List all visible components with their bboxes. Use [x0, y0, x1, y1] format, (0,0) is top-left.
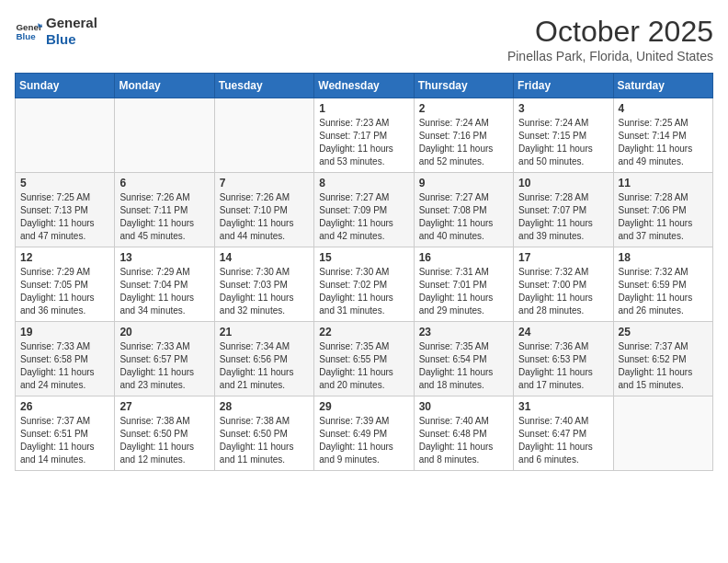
day-info: Sunrise: 7:37 AMSunset: 6:51 PMDaylight:… — [20, 415, 109, 466]
svg-text:Blue: Blue — [17, 31, 37, 41]
day-number: 10 — [518, 177, 608, 190]
day-number: 13 — [119, 251, 209, 264]
calendar-week-1: 1Sunrise: 7:23 AMSunset: 7:17 PMDaylight… — [16, 98, 713, 173]
month-title: October 2025 — [507, 15, 713, 49]
day-info: Sunrise: 7:26 AMSunset: 7:10 PMDaylight:… — [220, 191, 309, 243]
calendar-week-4: 19Sunrise: 7:33 AMSunset: 6:58 PMDayligh… — [16, 322, 713, 396]
calendar-header: Sunday Monday Tuesday Wednesday Thursday… — [16, 74, 713, 98]
col-monday: Monday — [115, 74, 214, 98]
calendar-cell-w1-d7: 4Sunrise: 7:25 AMSunset: 7:14 PMDaylight… — [613, 98, 712, 173]
day-info: Sunrise: 7:32 AMSunset: 6:59 PMDaylight:… — [619, 266, 708, 317]
title-block: October 2025 Pinellas Park, Florida, Uni… — [507, 15, 713, 63]
calendar-cell-w5-d6: 31Sunrise: 7:40 AMSunset: 6:47 PMDayligh… — [514, 396, 613, 471]
day-info: Sunrise: 7:25 AMSunset: 7:13 PMDaylight:… — [20, 191, 109, 243]
day-number: 9 — [419, 177, 508, 190]
day-number: 11 — [619, 177, 708, 190]
calendar-cell-w1-d5: 2Sunrise: 7:24 AMSunset: 7:16 PMDaylight… — [414, 98, 513, 173]
calendar-cell-w5-d7 — [613, 396, 712, 471]
calendar-cell-w5-d1: 26Sunrise: 7:37 AMSunset: 6:51 PMDayligh… — [16, 396, 115, 471]
calendar-cell-w1-d3 — [214, 98, 313, 173]
calendar-cell-w3-d4: 15Sunrise: 7:30 AMSunset: 7:02 PMDayligh… — [314, 247, 414, 322]
day-number: 12 — [20, 251, 109, 264]
day-info: Sunrise: 7:28 AMSunset: 7:07 PMDaylight:… — [518, 191, 608, 243]
day-number: 21 — [220, 326, 309, 339]
day-number: 27 — [119, 400, 209, 413]
day-info: Sunrise: 7:34 AMSunset: 6:56 PMDaylight:… — [220, 340, 309, 392]
day-info: Sunrise: 7:30 AMSunset: 7:03 PMDaylight:… — [220, 266, 309, 317]
day-info: Sunrise: 7:35 AMSunset: 6:54 PMDaylight:… — [419, 340, 508, 392]
logo-blue-text: Blue — [46, 31, 97, 48]
day-number: 28 — [220, 400, 309, 413]
day-number: 7 — [220, 177, 309, 190]
calendar-cell-w3-d2: 13Sunrise: 7:29 AMSunset: 7:04 PMDayligh… — [115, 247, 214, 322]
day-number: 15 — [319, 251, 408, 264]
day-number: 16 — [419, 251, 508, 264]
calendar-week-2: 5Sunrise: 7:25 AMSunset: 7:13 PMDaylight… — [16, 173, 713, 247]
calendar-cell-w3-d1: 12Sunrise: 7:29 AMSunset: 7:05 PMDayligh… — [16, 247, 115, 322]
day-info: Sunrise: 7:30 AMSunset: 7:02 PMDaylight:… — [319, 266, 408, 317]
day-info: Sunrise: 7:36 AMSunset: 6:53 PMDaylight:… — [518, 340, 608, 392]
calendar-cell-w2-d4: 8Sunrise: 7:27 AMSunset: 7:09 PMDaylight… — [314, 173, 414, 247]
calendar-cell-w1-d1 — [16, 98, 115, 173]
day-number: 17 — [518, 251, 608, 264]
calendar-cell-w2-d6: 10Sunrise: 7:28 AMSunset: 7:07 PMDayligh… — [514, 173, 613, 247]
calendar-cell-w4-d5: 23Sunrise: 7:35 AMSunset: 6:54 PMDayligh… — [414, 322, 513, 396]
logo: General Blue General Blue — [15, 15, 97, 48]
day-info: Sunrise: 7:26 AMSunset: 7:11 PMDaylight:… — [119, 191, 209, 243]
day-number: 18 — [619, 251, 708, 264]
calendar-cell-w4-d3: 21Sunrise: 7:34 AMSunset: 6:56 PMDayligh… — [214, 322, 313, 396]
day-info: Sunrise: 7:29 AMSunset: 7:05 PMDaylight:… — [20, 266, 109, 317]
day-number: 3 — [518, 102, 608, 115]
calendar-cell-w1-d4: 1Sunrise: 7:23 AMSunset: 7:17 PMDaylight… — [314, 98, 414, 173]
page-header: General Blue General Blue October 2025 P… — [15, 15, 713, 63]
calendar-cell-w4-d6: 24Sunrise: 7:36 AMSunset: 6:53 PMDayligh… — [514, 322, 613, 396]
day-number: 6 — [119, 177, 209, 190]
day-number: 14 — [220, 251, 309, 264]
logo-icon: General Blue — [15, 17, 42, 45]
day-info: Sunrise: 7:28 AMSunset: 7:06 PMDaylight:… — [619, 191, 708, 243]
day-number: 20 — [119, 326, 209, 339]
day-number: 5 — [20, 177, 109, 190]
day-number: 24 — [518, 326, 608, 339]
day-info: Sunrise: 7:35 AMSunset: 6:55 PMDaylight:… — [319, 340, 408, 392]
day-info: Sunrise: 7:38 AMSunset: 6:50 PMDaylight:… — [220, 415, 309, 466]
day-number: 1 — [319, 102, 408, 115]
calendar-cell-w4-d4: 22Sunrise: 7:35 AMSunset: 6:55 PMDayligh… — [314, 322, 414, 396]
day-number: 26 — [20, 400, 109, 413]
weekday-header-row: Sunday Monday Tuesday Wednesday Thursday… — [16, 74, 713, 98]
day-number: 22 — [319, 326, 408, 339]
calendar-cell-w2-d7: 11Sunrise: 7:28 AMSunset: 7:06 PMDayligh… — [613, 173, 712, 247]
day-number: 25 — [619, 326, 708, 339]
day-info: Sunrise: 7:40 AMSunset: 6:48 PMDaylight:… — [419, 415, 508, 466]
calendar-cell-w3-d3: 14Sunrise: 7:30 AMSunset: 7:03 PMDayligh… — [214, 247, 313, 322]
calendar-cell-w2-d1: 5Sunrise: 7:25 AMSunset: 7:13 PMDaylight… — [16, 173, 115, 247]
col-sunday: Sunday — [16, 74, 115, 98]
day-info: Sunrise: 7:25 AMSunset: 7:14 PMDaylight:… — [619, 117, 708, 168]
calendar-cell-w5-d5: 30Sunrise: 7:40 AMSunset: 6:48 PMDayligh… — [414, 396, 513, 471]
calendar-cell-w2-d5: 9Sunrise: 7:27 AMSunset: 7:08 PMDaylight… — [414, 173, 513, 247]
day-info: Sunrise: 7:40 AMSunset: 6:47 PMDaylight:… — [518, 415, 608, 466]
day-number: 23 — [419, 326, 508, 339]
day-info: Sunrise: 7:27 AMSunset: 7:08 PMDaylight:… — [419, 191, 508, 243]
day-info: Sunrise: 7:24 AMSunset: 7:16 PMDaylight:… — [419, 117, 508, 168]
col-thursday: Thursday — [414, 74, 513, 98]
day-number: 30 — [419, 400, 508, 413]
col-friday: Friday — [514, 74, 613, 98]
calendar-cell-w1-d6: 3Sunrise: 7:24 AMSunset: 7:15 PMDaylight… — [514, 98, 613, 173]
day-info: Sunrise: 7:33 AMSunset: 6:58 PMDaylight:… — [20, 340, 109, 392]
calendar-week-3: 12Sunrise: 7:29 AMSunset: 7:05 PMDayligh… — [16, 247, 713, 322]
col-saturday: Saturday — [613, 74, 712, 98]
day-info: Sunrise: 7:33 AMSunset: 6:57 PMDaylight:… — [119, 340, 209, 392]
calendar-table: Sunday Monday Tuesday Wednesday Thursday… — [15, 73, 713, 471]
logo-general-text: General — [46, 15, 97, 31]
calendar-week-5: 26Sunrise: 7:37 AMSunset: 6:51 PMDayligh… — [16, 396, 713, 471]
day-info: Sunrise: 7:29 AMSunset: 7:04 PMDaylight:… — [119, 266, 209, 317]
location-subtitle: Pinellas Park, Florida, United States — [507, 49, 713, 63]
col-tuesday: Tuesday — [214, 74, 313, 98]
page-container: General Blue General Blue October 2025 P… — [0, 0, 728, 480]
calendar-cell-w4-d2: 20Sunrise: 7:33 AMSunset: 6:57 PMDayligh… — [115, 322, 214, 396]
day-info: Sunrise: 7:24 AMSunset: 7:15 PMDaylight:… — [518, 117, 608, 168]
day-info: Sunrise: 7:23 AMSunset: 7:17 PMDaylight:… — [319, 117, 408, 168]
day-info: Sunrise: 7:39 AMSunset: 6:49 PMDaylight:… — [319, 415, 408, 466]
col-wednesday: Wednesday — [314, 74, 414, 98]
